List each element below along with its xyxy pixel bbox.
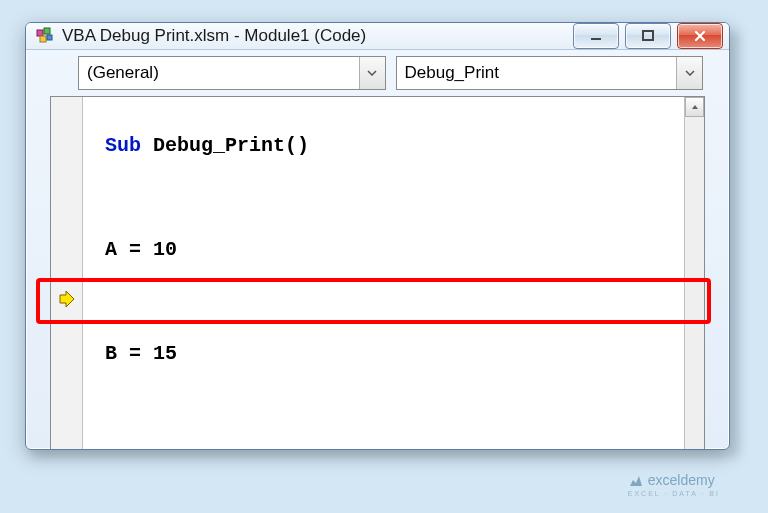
- execution-arrow-icon: [58, 290, 76, 308]
- margin-indicator-column[interactable]: [51, 97, 83, 450]
- titlebar[interactable]: VBA Debug Print.xlsm - Module1 (Code): [26, 23, 729, 50]
- dropdown-row: (General) Debug_Print: [26, 50, 729, 96]
- code-window: VBA Debug Print.xlsm - Module1 (Code) (G…: [25, 22, 730, 450]
- window-title: VBA Debug Print.xlsm - Module1 (Code): [62, 26, 573, 46]
- window-controls: [573, 23, 723, 49]
- chevron-down-icon: [359, 57, 385, 89]
- svg-rect-4: [591, 38, 601, 40]
- code-text-line: B = 15: [105, 342, 177, 365]
- code-pane: Sub Debug_Print() A = 10 B = 15 C = A + …: [50, 96, 705, 450]
- maximize-button[interactable]: [625, 23, 671, 49]
- object-dropdown-value: (General): [87, 63, 159, 83]
- vertical-scrollbar[interactable]: [684, 97, 704, 450]
- procedure-dropdown[interactable]: Debug_Print: [396, 56, 704, 90]
- svg-rect-3: [47, 35, 52, 40]
- close-button[interactable]: [677, 23, 723, 49]
- minimize-button[interactable]: [573, 23, 619, 49]
- scrollbar-track[interactable]: [685, 117, 704, 450]
- object-dropdown[interactable]: (General): [78, 56, 386, 90]
- svg-rect-0: [37, 30, 43, 36]
- scroll-up-button[interactable]: [685, 97, 704, 117]
- vba-module-icon: [36, 27, 54, 45]
- watermark: exceldemy EXCEL · DATA · BI: [628, 472, 720, 497]
- code-editor[interactable]: Sub Debug_Print() A = 10 B = 15 C = A + …: [83, 97, 704, 450]
- svg-rect-2: [40, 36, 46, 42]
- watermark-tagline: EXCEL · DATA · BI: [628, 490, 720, 497]
- procedure-dropdown-value: Debug_Print: [405, 63, 500, 83]
- watermark-logo-icon: [628, 473, 644, 490]
- keyword-sub: Sub: [105, 134, 141, 157]
- code-text-line: A = 10: [105, 238, 177, 261]
- code-text-line: Debug_Print(): [141, 134, 309, 157]
- svg-rect-1: [44, 28, 50, 34]
- chevron-down-icon: [676, 57, 702, 89]
- svg-rect-5: [643, 31, 653, 40]
- watermark-brand: exceldemy: [648, 472, 715, 488]
